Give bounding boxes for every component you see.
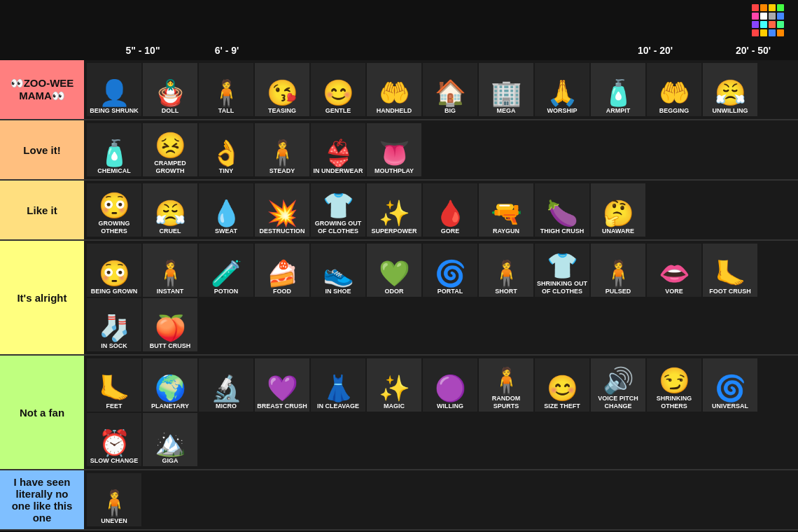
tier-item[interactable]: 👟IN SHOE <box>311 244 365 297</box>
tier-item[interactable]: 🏠BIG <box>423 63 477 116</box>
tier-item-emoji: 🦶 <box>99 376 130 401</box>
tier-item-label: WORSHIP <box>547 107 577 115</box>
tier-item[interactable]: 🩸GORE <box>423 183 477 237</box>
tier-item[interactable]: 👙IN UNDERWEAR <box>311 123 365 176</box>
tier-item[interactable]: 🔫RAYGUN <box>479 183 533 237</box>
tier-item[interactable]: 🌀PORTAL <box>423 244 477 297</box>
tier-item-emoji: 🧦 <box>99 316 130 341</box>
header <box>0 0 798 41</box>
tier-item-label: SLOW CHANGE <box>90 457 139 465</box>
tier-item-emoji: 😊 <box>323 80 354 106</box>
tier-item[interactable]: 🤲BEGGING <box>647 63 701 116</box>
tier-item[interactable]: 🦶FEET <box>87 358 141 412</box>
tier-item-emoji: 🧍 <box>211 80 242 106</box>
tier-item-label: UNWILLING <box>713 107 748 115</box>
tier-item-emoji: 👟 <box>323 261 354 286</box>
tier-item[interactable]: 🍑BUTT CRUSH <box>143 298 197 351</box>
tier-item[interactable]: 💧SWEAT <box>199 183 253 237</box>
tier-item-emoji: 🍑 <box>155 316 186 341</box>
tier-content-c: 😳Being Grown🧍INSTANT🧪POTION🍰FOOD👟IN SHOE… <box>84 241 798 354</box>
tier-item[interactable]: 🍆THIGH CRUSH <box>535 183 589 237</box>
tier-item[interactable]: 🌀UNIVERSAL <box>703 358 757 412</box>
tier-item-emoji: 👙 <box>323 141 354 166</box>
tier-item[interactable]: 🤲HANDHELD <box>367 63 421 116</box>
tier-item-emoji: 🧍 <box>99 491 130 516</box>
tier-item-label: DESTRUCTION <box>260 227 305 235</box>
tier-item[interactable]: 🧍SHORT <box>479 244 533 297</box>
tier-item[interactable]: 🧍STEADY <box>255 123 309 176</box>
tier-item[interactable]: ✨SUPERPOWER <box>367 183 421 237</box>
tier-item[interactable]: ✨MAGIC <box>367 358 421 412</box>
tier-item-emoji: 😳 <box>99 193 130 218</box>
tier-item-label: TALL <box>218 107 234 115</box>
tier-item[interactable]: 😊GENTLE <box>311 63 365 116</box>
tier-item[interactable]: 🧍Random Spurts <box>479 358 533 412</box>
tier-item[interactable]: 🔊Voice Pitch Change <box>591 358 645 412</box>
tier-item[interactable]: 😤UNWILLING <box>703 63 757 116</box>
tier-item-label: FEET <box>106 402 122 410</box>
tier-item[interactable]: 🧍INSTANT <box>143 244 197 297</box>
tier-item[interactable]: 🍰FOOD <box>255 244 309 297</box>
tier-item-label: IN SOCK <box>101 342 127 350</box>
tier-item[interactable]: 🧴CHEMICAL <box>87 123 141 176</box>
tier-item-emoji: 🌍 <box>155 376 186 401</box>
tier-item[interactable]: 😊SIZE THEFT <box>535 358 589 412</box>
tier-item-emoji: 🧴 <box>99 141 130 166</box>
tier-item[interactable]: 🧪POTION <box>199 244 253 297</box>
tier-item[interactable]: 🔬MICRO <box>199 358 253 412</box>
tier-item[interactable]: 👄VORE <box>647 244 701 297</box>
tier-item[interactable]: 🧦IN SOCK <box>87 298 141 351</box>
tier-item[interactable]: 👌TINY <box>199 123 253 176</box>
tier-item-label: MAGIC <box>384 402 405 410</box>
tier-item[interactable]: 👗IN CLEAVAGE <box>311 358 365 412</box>
tier-item[interactable]: 🦶FOOT CRUSH <box>703 244 757 297</box>
tier-item-emoji: ✨ <box>379 376 410 401</box>
tier-item[interactable]: 🟣WILLING <box>423 358 477 412</box>
tier-item[interactable]: 😘TEASING <box>255 63 309 116</box>
logo-cell <box>760 29 767 36</box>
tier-content-d: 🦶FEET🌍PLANETARY🔬MICRO💜BREAST CRUSH👗IN CL… <box>84 356 798 469</box>
tier-item-emoji: 🧪 <box>211 261 242 286</box>
tier-item-emoji: 👗 <box>323 376 354 401</box>
tier-item-label: BUTT CRUSH <box>150 342 191 350</box>
tier-item-emoji: 🏢 <box>491 80 522 106</box>
tier-item-emoji: 🧍 <box>155 261 186 286</box>
tier-item[interactable]: ⏰SLOW CHANGE <box>87 413 141 466</box>
tier-item-emoji: 💥 <box>267 201 298 226</box>
tier-item[interactable]: 😣Cramped Growth <box>143 123 197 176</box>
tier-item[interactable]: 🪆DOLL <box>143 63 197 116</box>
tier-item[interactable]: 👕Growing out of Clothes <box>311 183 365 237</box>
tier-item[interactable]: 🧍UNEVEN <box>87 473 141 526</box>
tier-item[interactable]: 🏔️GIGA <box>143 413 197 466</box>
tier-item[interactable]: 🤔UNAWARE <box>591 183 645 237</box>
tier-item-emoji: 😊 <box>547 376 578 401</box>
tier-item[interactable]: 🧍TALL <box>199 63 253 116</box>
tier-item[interactable]: 🌍PLANETARY <box>143 358 197 412</box>
size-label-small: 5" - 10" <box>87 45 199 56</box>
tier-item[interactable]: 👅MOUTHPLAY <box>367 123 421 176</box>
tier-item-label: SHORT <box>495 288 517 295</box>
tier-item[interactable]: 👤Being Shrunk <box>87 63 141 116</box>
tier-item[interactable]: 🏢MEGA <box>479 63 533 116</box>
tier-item-emoji: 👅 <box>379 141 410 166</box>
tier-item[interactable]: 😤CRUEL <box>143 183 197 237</box>
tier-item-label: GIGA <box>162 457 178 465</box>
tier-item-emoji: 🍆 <box>547 201 578 226</box>
tier-item[interactable]: 😏Shrinking Others <box>647 358 701 412</box>
tier-item-emoji: ⏰ <box>99 430 130 456</box>
size-label-xlarge: 20' - 50' <box>711 45 795 56</box>
tier-item[interactable]: 💜BREAST CRUSH <box>255 358 309 412</box>
tier-row-c: It's alright😳Being Grown🧍INSTANT🧪POTION🍰… <box>0 241 798 356</box>
tier-item[interactable]: 😳Being Grown <box>87 244 141 297</box>
tier-item[interactable]: 🧴ARMPIT <box>591 63 645 116</box>
tier-item[interactable]: 👕Shrinking out of Clothes <box>535 244 589 297</box>
tier-item-label: DOLL <box>162 107 179 115</box>
tier-item[interactable]: 💥DESTRUCTION <box>255 183 309 237</box>
tier-item[interactable]: 🙏WORSHIP <box>535 63 589 116</box>
tier-item-label: WILLING <box>437 402 463 410</box>
tier-item[interactable]: 💚ODOR <box>367 244 421 297</box>
tier-item[interactable]: 🧍PULSED <box>591 244 645 297</box>
size-label-large: 10' - 20' <box>599 45 711 56</box>
logo-cell <box>760 13 767 20</box>
tier-item[interactable]: 😳Growing Others <box>87 183 141 237</box>
